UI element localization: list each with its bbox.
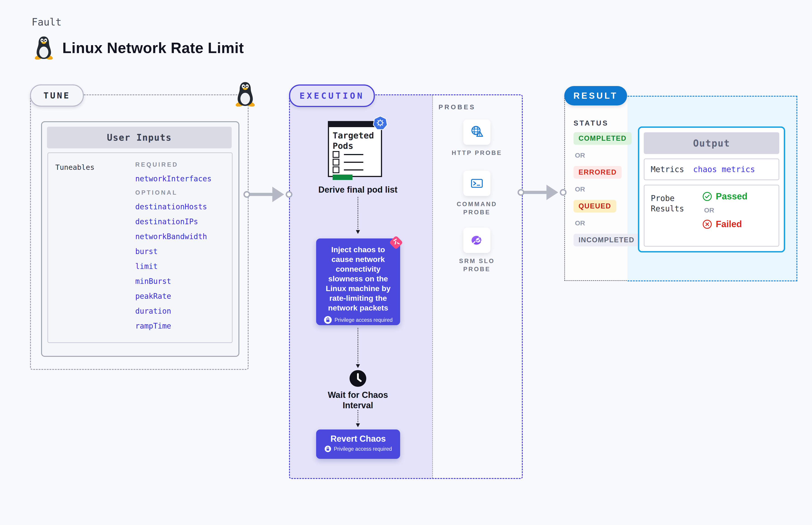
progress-bar xyxy=(333,175,352,180)
lock-icon xyxy=(324,316,332,324)
flow-connector-arrow xyxy=(358,197,358,232)
privilege-row: Privilege access required xyxy=(316,316,400,324)
output-header: Output xyxy=(644,132,779,154)
passed-verdict: Passed xyxy=(702,191,748,201)
result-pill: RESULT xyxy=(564,86,627,105)
http-probe-card xyxy=(463,119,491,145)
flow-connector-arrow xyxy=(358,328,358,367)
or-label: OR xyxy=(704,206,714,214)
checkbox-icon xyxy=(333,166,340,173)
http-probe-label: HTTP PROBE xyxy=(448,149,506,157)
user-inputs-header: User Inputs xyxy=(47,127,232,148)
tuneable-destinationIPs[interactable]: destinationIPs xyxy=(135,217,198,226)
probe-results-label: Probe Results xyxy=(651,193,696,246)
metrics-label: Metrics xyxy=(651,165,684,174)
privilege-note: Privilege access required xyxy=(334,446,392,452)
failed-verdict: Failed xyxy=(702,219,742,229)
fault-diagram: Fault Linux Network Rate Limit TUNE User… xyxy=(0,0,812,525)
connector-dot xyxy=(560,189,567,196)
derive-step-label: Derive final pod list xyxy=(301,185,415,195)
chaos-icon xyxy=(388,235,404,251)
connector-dot xyxy=(243,191,250,198)
connector-dot xyxy=(517,189,524,196)
revert-step-label: Revert Chaos xyxy=(316,430,400,444)
tuneable-burst[interactable]: burst xyxy=(135,247,157,256)
tuneable-rampTime[interactable]: rampTime xyxy=(135,321,171,330)
clock-icon xyxy=(349,370,367,387)
check-circle-icon xyxy=(702,192,712,201)
lock-icon xyxy=(325,446,331,452)
tuneable-minBurst[interactable]: minBurst xyxy=(135,277,171,286)
or-label: OR xyxy=(575,219,585,227)
pod-list-item xyxy=(333,151,363,158)
wait-step-label: Wait for Chaos Interval xyxy=(319,390,396,410)
srm-slo-probe-label: SRM SLO PROBE xyxy=(448,257,506,273)
tuneable-networkInterfaces[interactable]: networkInterfaces xyxy=(135,174,212,183)
targeted-pods-box: Targeted Pods xyxy=(328,121,382,177)
command-probe-label: COMMAND PROBE xyxy=(448,200,506,216)
x-circle-icon xyxy=(702,219,712,229)
kubernetes-icon xyxy=(373,115,388,130)
terminal-icon xyxy=(469,176,484,191)
user-inputs-card: User Inputs Tuneables REQUIRED networkIn… xyxy=(41,121,239,357)
output-card: Output Metrics chaos metrics Probe Resul… xyxy=(638,126,785,253)
globe-warning-icon xyxy=(469,125,484,139)
tune-pill: TUNE xyxy=(30,85,84,107)
revert-chaos-card: Revert Chaos Privilege access required xyxy=(316,430,400,459)
tuneable-duration[interactable]: duration xyxy=(135,306,171,315)
srm-slo-probe-card xyxy=(463,228,491,253)
probes-label: PROBES xyxy=(438,103,476,111)
chaos-metrics-link[interactable]: chaos metrics xyxy=(693,165,755,174)
privilege-row: Privilege access required xyxy=(316,446,400,452)
tuneable-peakRate[interactable]: peakRate xyxy=(135,292,171,301)
passed-label: Passed xyxy=(716,191,748,201)
optional-label: OPTIONAL xyxy=(135,189,178,196)
tuneables-box: Tuneables REQUIRED networkInterfaces OPT… xyxy=(47,152,232,343)
status-badge-completed: COMPLETED xyxy=(574,132,632,145)
inject-step-label: Inject chaos to cause network connectivi… xyxy=(316,238,400,313)
privilege-note: Privilege access required xyxy=(335,317,393,323)
execution-pill: EXECUTION xyxy=(289,85,375,107)
page-title: Linux Network Rate Limit xyxy=(62,39,244,57)
status-label: STATUS xyxy=(574,119,608,127)
pod-list-item xyxy=(333,166,363,173)
pod-list-item xyxy=(333,159,363,166)
tuneable-destinationHosts[interactable]: destinationHosts xyxy=(135,202,207,211)
flow-connector-arrow xyxy=(358,410,358,426)
or-label: OR xyxy=(575,185,585,193)
status-badge-errored: ERRORED xyxy=(574,166,622,179)
status-badge-incompleted: INCOMPLETED xyxy=(574,234,640,246)
probe-results-row: Probe Results Passed OR Failed xyxy=(644,185,779,246)
targeted-pods-title: Targeted Pods xyxy=(333,130,381,151)
title-row: Linux Network Rate Limit xyxy=(34,36,244,60)
checkbox-icon xyxy=(333,151,340,158)
tuneables-label: Tuneables xyxy=(55,163,94,171)
required-label: REQUIRED xyxy=(135,161,178,168)
connector-dot xyxy=(286,191,292,198)
tuneable-limit[interactable]: limit xyxy=(135,262,157,271)
status-list: COMPLETED OR ERRORED OR QUEUED OR INCOMP… xyxy=(574,132,640,246)
status-badge-queued: QUEUED xyxy=(574,200,616,212)
command-probe-card xyxy=(463,171,491,196)
fault-kicker: Fault xyxy=(32,16,61,28)
tuneable-networkBandwidth[interactable]: networkBandwidth xyxy=(135,232,207,241)
metrics-row: Metrics chaos metrics xyxy=(644,159,779,180)
tuneables-list: REQUIRED networkInterfaces OPTIONAL dest… xyxy=(135,161,212,330)
linux-penguin-icon xyxy=(235,82,256,107)
execution-to-result-arrow xyxy=(521,185,563,200)
execution-section: PROBES Targeted Pods Derive final pod li… xyxy=(289,94,523,479)
verdict-list: Passed OR Failed xyxy=(702,191,748,246)
or-label: OR xyxy=(575,151,585,159)
failed-label: Failed xyxy=(716,219,742,229)
checkbox-icon xyxy=(333,159,340,166)
inject-chaos-card: Inject chaos to cause network connectivi… xyxy=(316,238,400,325)
linux-penguin-icon xyxy=(34,36,54,60)
slo-donut-check-icon xyxy=(469,233,484,248)
tune-to-execution-arrow xyxy=(247,187,289,202)
